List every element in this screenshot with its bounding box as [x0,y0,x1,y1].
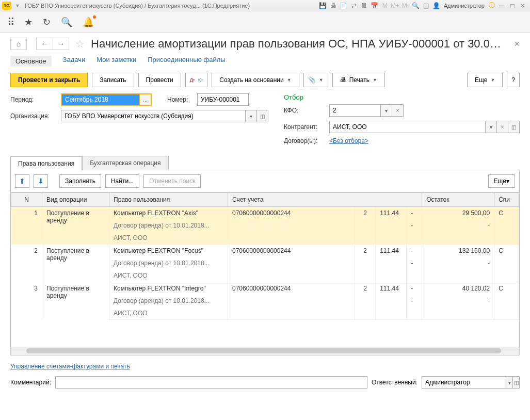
col-right[interactable]: Право пользования [109,193,228,207]
tab-main[interactable]: Основное [10,56,52,67]
cell-acct: 07060000000000244 [228,207,355,220]
m-icon[interactable]: M [380,2,390,10]
panel-icon[interactable]: ◫ [422,2,431,10]
table-row[interactable]: 1 Поступление в аренду Компьютер FLEXTRO… [11,207,519,220]
favorites-star-icon[interactable]: ★ [24,17,33,28]
contragent-dropdown-button[interactable]: ▾ [486,121,497,133]
kfo-dropdown-button[interactable]: ▾ [381,104,392,117]
cell-contragent: АИСТ, ООО [109,232,228,245]
contragent-label: Контрагент: [284,123,325,131]
tab-rights[interactable]: Права пользования [10,156,82,170]
cell-dash: - [407,207,422,220]
print-button[interactable]: 🖶 Печать▼ [332,73,385,87]
cancel-find-button[interactable]: Отменить поиск [143,174,201,188]
number-input[interactable] [197,93,249,106]
kfo-clear-button[interactable]: × [392,104,404,117]
responsible-dropdown-button[interactable]: ▾ [506,376,513,389]
maximize-icon[interactable]: ◻ [508,2,517,10]
col-account[interactable]: Счет учета [228,193,422,207]
close-window-icon[interactable]: ✕ [518,2,527,10]
favorite-star-icon[interactable]: ☆ [75,38,85,50]
table-row[interactable]: 2 Поступление в аренду Компьютер FLEXTRO… [11,245,519,257]
tab-tasks[interactable]: Задачи [63,56,86,67]
cell-dash: - [407,282,422,295]
cell-op: Поступление в аренду [42,282,109,320]
search-icon[interactable]: 🔍 [61,17,72,28]
col-op[interactable]: Вид операции [42,193,109,207]
title-dropdown[interactable]: ▼ [13,2,22,10]
responsible-open-button[interactable]: ◫ [513,376,520,389]
user-label[interactable]: Администратор [444,3,485,9]
notifications-icon[interactable]: 🔔 [83,17,94,28]
help-button[interactable]: ? [507,73,520,87]
responsible-label: Ответственный: [372,379,417,386]
filter-title: Отбор [284,93,520,101]
close-page-icon[interactable]: × [514,39,520,50]
contragent-clear-button[interactable]: × [497,121,508,133]
m-minus-icon[interactable]: M- [401,2,410,10]
zoom-icon[interactable]: 🔍 [411,2,421,10]
home-button[interactable]: ⌂ [10,38,27,50]
org-dropdown-button[interactable]: ▾ [246,110,257,122]
save-button[interactable]: Записать [92,73,134,87]
caret-icon: ▼ [373,77,377,83]
col-n[interactable]: N [11,193,42,207]
post-button[interactable]: Провести [138,73,181,87]
minimize-icon[interactable]: — [497,2,507,10]
org-input[interactable] [61,110,246,122]
invoice-mgmt-link[interactable]: Управление счетами-фактурами и печать [10,363,130,370]
dtkt-button[interactable]: ДтКт [185,73,208,87]
nav-forward-button[interactable]: → [53,38,69,50]
cell-dash: - [407,257,422,269]
m-plus-icon[interactable]: M+ [391,2,400,10]
cell-spi: С [494,207,519,220]
cell-dash: - [407,245,422,257]
grid-wrap[interactable]: N Вид операции Право пользования Счет уч… [11,192,519,347]
col-spi[interactable]: Спи [494,193,519,207]
tab-accounting[interactable]: Бухгалтерская операция [82,156,168,170]
cell-contract: Договор (аренда) от 10.01.2018... [109,257,228,269]
window-title-bar: 1C ▼ ГОБУ ВПО Университет искусств (Субс… [0,0,530,11]
contragent-input[interactable] [329,121,486,133]
app-logo: 1C [2,2,11,10]
kfo-input[interactable] [329,104,381,117]
pane-more-label: Еще [494,177,506,185]
period-picker-button[interactable]: … [139,94,151,105]
attach-button[interactable]: 📎▼ [303,73,328,87]
cell-spi: С [494,245,519,257]
history-icon[interactable]: ↻ [43,17,51,28]
tab-notes[interactable]: Мои заметки [97,56,136,67]
org-open-button[interactable]: ◫ [257,110,268,122]
tb-print-icon[interactable]: 🖶 [329,2,338,10]
table-row[interactable]: 3 Поступление в аренду Компьютер FLEXTRO… [11,282,519,295]
comment-input[interactable] [55,376,367,389]
horizontal-scrollbar[interactable] [10,347,520,356]
tb-calendar-icon[interactable]: 📅 [370,2,379,10]
scrollbar-thumb[interactable] [26,348,501,353]
fill-button[interactable]: Заполнить [59,174,101,188]
tb-save-icon[interactable]: 💾 [318,2,328,10]
apps-grid-icon[interactable]: ⠿ [7,16,14,28]
col-balance[interactable]: Остаток [422,193,494,207]
move-up-button[interactable]: ⬆ [15,174,29,188]
contragent-open-button[interactable]: ◫ [508,121,520,133]
pane-more-button[interactable]: Еще ▾ [488,174,515,188]
cell-dash: - [422,295,494,307]
move-down-button[interactable]: ⬇ [34,174,48,188]
responsible-input[interactable] [422,376,506,389]
contracts-link[interactable]: <Без отбора> [329,137,368,144]
period-input[interactable] [62,94,139,105]
tb-compare-icon[interactable]: ⇄ [349,2,359,10]
info-icon[interactable]: ⓘ [487,2,496,10]
find-button[interactable]: Найти... [105,174,139,188]
number-label: Номер: [167,96,193,103]
doc-tabs: Права пользования Бухгалтерская операция [10,156,520,170]
cell-acct: 07060000000000244 [228,245,355,257]
tb-doc-icon[interactable]: 📄 [339,2,348,10]
nav-back-button[interactable]: ← [36,38,53,50]
post-and-close-button[interactable]: Провести и закрыть [10,73,88,87]
more-button[interactable]: Еще▼ [467,73,503,87]
tab-files[interactable]: Присоединенные файлы [148,56,226,67]
create-based-button[interactable]: Создать на основании▼ [212,73,299,87]
tb-calc-icon[interactable]: 🖩 [360,2,369,10]
